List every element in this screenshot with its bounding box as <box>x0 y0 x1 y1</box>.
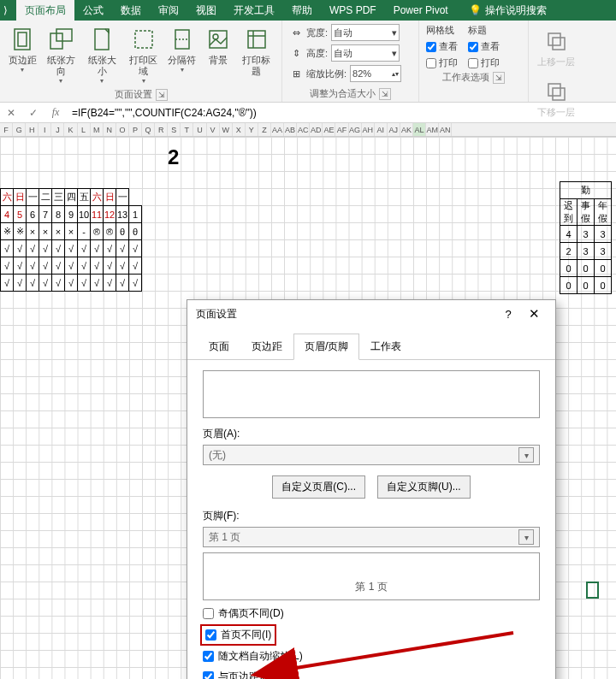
ribbon-tab-formulas[interactable]: 公式 <box>74 0 112 21</box>
col-header-R[interactable]: R <box>155 123 168 136</box>
dialog-tab-page[interactable]: 页面 <box>198 334 240 360</box>
svg-rect-13 <box>548 33 560 45</box>
col-header-V[interactable]: V <box>207 123 220 136</box>
col-header-AI[interactable]: AI <box>375 123 388 136</box>
custom-footer-button[interactable]: 自定义页脚(U)... <box>377 475 471 499</box>
svg-rect-16 <box>548 84 560 96</box>
orientation-button[interactable]: 纸张方向▾ <box>41 22 80 86</box>
col-header-M[interactable]: M <box>91 123 104 136</box>
breaks-button[interactable]: 分隔符▾ <box>165 22 199 86</box>
cancel-formula-icon[interactable]: ✕ <box>0 107 22 119</box>
svg-rect-4 <box>95 29 109 50</box>
dialog-tab-sheet[interactable]: 工作表 <box>359 334 412 360</box>
col-header-AE[interactable]: AE <box>323 123 335 136</box>
ribbon-tab-powerpivot[interactable]: Power Pivot <box>385 0 457 21</box>
width-label: 宽度: <box>306 27 328 39</box>
ribbon-tab-help[interactable]: 帮助 <box>283 0 321 21</box>
sheet-options-label: 工作表选项 <box>442 71 489 84</box>
header-combo[interactable]: (无)▾ <box>203 445 540 465</box>
col-header-AB[interactable]: AB <box>284 123 297 136</box>
dialog-close-icon[interactable]: ✕ <box>521 306 547 322</box>
width-combo[interactable]: 自动▾ <box>331 24 400 41</box>
col-header-G[interactable]: G <box>13 123 26 136</box>
col-header-AC[interactable]: AC <box>297 123 310 136</box>
col-header-F[interactable]: F <box>0 123 13 136</box>
attendance-table: 六日一二三四五六日一456789101112131※※××××-®®θθ√√√√… <box>0 188 142 292</box>
background-label: 背景 <box>209 55 228 66</box>
gridlines-view-checkbox[interactable]: 查看 <box>426 40 458 53</box>
col-header-K[interactable]: K <box>64 123 77 136</box>
dialog-help-icon[interactable]: ? <box>495 308 521 321</box>
headings-heading: 标题 <box>468 24 500 37</box>
ribbon-tab-review[interactable]: 审阅 <box>150 0 187 21</box>
col-header-AM[interactable]: AM <box>426 123 439 136</box>
col-header-W[interactable]: W <box>220 123 233 136</box>
ribbon-tab-developer[interactable]: 开发工具 <box>225 0 283 21</box>
odd-even-checkbox[interactable]: 奇偶页不同(D) <box>203 606 540 621</box>
col-header-H[interactable]: H <box>26 123 38 136</box>
custom-header-button[interactable]: 自定义页眉(C)... <box>272 475 365 499</box>
col-header-Q[interactable]: Q <box>142 123 155 136</box>
width-icon: ⇔ <box>289 27 303 38</box>
print-titles-button[interactable]: 打印标题 <box>237 22 276 86</box>
formula-input[interactable]: =IF(B24="","",COUNTIF(C24:AG24,"®")) <box>67 107 616 119</box>
margins-label: 页边距 <box>9 55 37 66</box>
col-header-AA[interactable]: AA <box>271 123 284 136</box>
scale-launcher[interactable]: ⇲ <box>379 88 391 100</box>
col-header-T[interactable]: T <box>181 123 193 136</box>
gridlines-print-checkbox[interactable]: 打印 <box>426 56 458 69</box>
ribbon-tab-page-layout[interactable]: 页面布局 <box>16 0 74 21</box>
col-header-P[interactable]: P <box>129 123 142 136</box>
col-header-AJ[interactable]: AJ <box>388 123 400 136</box>
first-page-different-checkbox[interactable]: 首页不同(I) <box>203 627 274 643</box>
svg-rect-10 <box>248 31 265 48</box>
col-header-Y[interactable]: Y <box>246 123 258 136</box>
col-header-AF[interactable]: AF <box>335 123 348 136</box>
headings-view-checkbox[interactable]: 查看 <box>468 40 500 53</box>
sheet-options-launcher[interactable]: ⇲ <box>493 72 505 84</box>
col-header-AG[interactable]: AG <box>349 123 362 136</box>
accept-formula-icon[interactable]: ✓ <box>22 107 44 119</box>
col-header-AD[interactable]: AD <box>310 123 323 136</box>
size-button[interactable]: 纸张大小▾ <box>82 22 121 86</box>
svg-rect-1 <box>18 32 27 46</box>
col-header-L[interactable]: L <box>78 123 91 136</box>
scale-combo[interactable]: 82%▴▾ <box>350 65 401 82</box>
print-area-button[interactable]: 打印区域▾ <box>124 22 163 86</box>
ribbon-tab-wpspdf[interactable]: WPS PDF <box>321 0 385 21</box>
fx-button[interactable]: fx <box>44 106 67 119</box>
col-header-U[interactable]: U <box>193 123 206 136</box>
selected-cell[interactable] <box>586 582 599 599</box>
page-setup-launcher[interactable]: ⇲ <box>156 89 168 101</box>
ribbon-tab-view[interactable]: 视图 <box>187 0 225 21</box>
footer-combo[interactable]: 第 1 页▾ <box>203 527 540 547</box>
col-header-AK[interactable]: AK <box>400 123 413 136</box>
scale-with-doc-checkbox[interactable]: 随文档自动缩放(L) <box>203 649 540 664</box>
align-margins-checkbox[interactable]: 与页边距对齐(M) <box>203 670 540 679</box>
col-header-Z[interactable]: Z <box>258 123 271 136</box>
col-header-X[interactable]: X <box>233 123 246 136</box>
col-header-O[interactable]: O <box>116 123 129 136</box>
print-titles-label: 打印标题 <box>239 55 275 77</box>
header-field-label: 页眉(A): <box>203 427 540 441</box>
dialog-tab-header-footer[interactable]: 页眉/页脚 <box>293 334 359 360</box>
background-button[interactable]: 背景 <box>201 22 235 86</box>
ribbon-tab-truncated[interactable]: ⟩ <box>0 0 16 21</box>
col-header-N[interactable]: N <box>104 123 116 136</box>
col-header-AL[interactable]: AL <box>413 123 426 136</box>
summary-table: 勤迟到事假年假433233000000 <box>560 181 612 294</box>
bring-forward-label: 上移一层 <box>537 56 575 68</box>
headings-print-checkbox[interactable]: 打印 <box>468 56 500 69</box>
col-header-AN[interactable]: AN <box>439 123 452 136</box>
dialog-tab-margins[interactable]: 页边距 <box>240 334 293 360</box>
col-header-J[interactable]: J <box>51 123 64 136</box>
ribbon-tab-data[interactable]: 数据 <box>112 0 150 21</box>
col-header-S[interactable]: S <box>168 123 181 136</box>
col-header-I[interactable]: I <box>38 123 51 136</box>
footer-field-label: 页脚(F): <box>203 509 540 523</box>
height-combo[interactable]: 自动▾ <box>331 44 400 62</box>
tell-me[interactable]: 💡 操作说明搜索 <box>460 0 555 21</box>
margins-button[interactable]: 页边距▾ <box>5 22 39 86</box>
chevron-down-icon: ▾ <box>518 447 534 463</box>
col-header-AH[interactable]: AH <box>362 123 375 136</box>
